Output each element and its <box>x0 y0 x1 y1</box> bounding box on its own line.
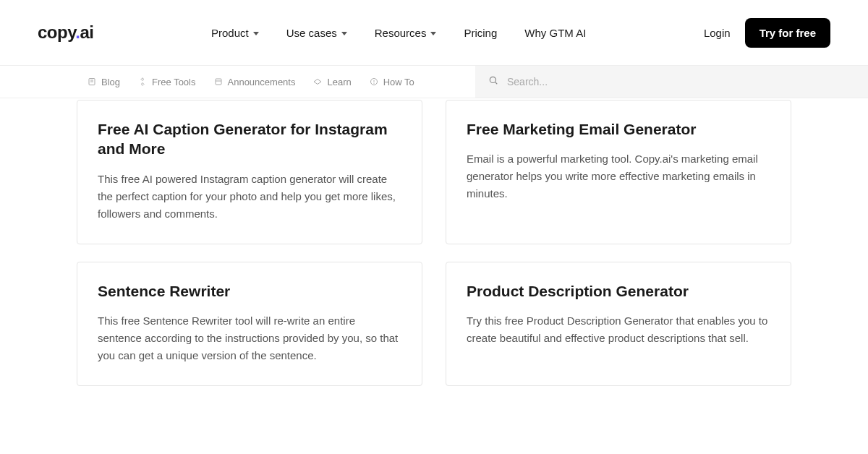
svg-point-6 <box>373 83 374 84</box>
card-email-generator[interactable]: Free Marketing Email Generator Email is … <box>446 100 791 244</box>
search-input[interactable] <box>507 76 855 87</box>
header-right: Login Try for free <box>704 18 830 48</box>
card-product-description[interactable]: Product Description Generator Try this f… <box>446 262 791 386</box>
logo-text-ai: ai <box>80 22 93 42</box>
subnav-learn[interactable]: Learn <box>312 77 351 87</box>
document-icon <box>87 77 97 87</box>
nav-product[interactable]: Product <box>211 27 259 39</box>
main-nav: Product Use cases Resources Pricing Why … <box>211 27 586 39</box>
card-title: Free Marketing Email Generator <box>467 119 770 139</box>
logo[interactable]: copy.ai <box>38 22 93 43</box>
card-desc: This free AI powered Instagram caption g… <box>98 171 401 223</box>
card-title: Free AI Caption Generator for Instagram … <box>98 119 401 159</box>
nav-pricing-label: Pricing <box>464 27 497 39</box>
subnav-left: Blog Free Tools Announcements Learn How … <box>0 77 475 87</box>
card-caption-generator[interactable]: Free AI Caption Generator for Instagram … <box>77 100 422 244</box>
nav-pricing[interactable]: Pricing <box>464 27 497 39</box>
cards-grid: Free AI Caption Generator for Instagram … <box>0 98 868 386</box>
subnav-announcements-label: Announcements <box>228 77 296 87</box>
logo-text-copy: copy <box>38 22 75 42</box>
subnav-free-tools-label: Free Tools <box>152 77 195 87</box>
card-desc: Try this free Product Description Genera… <box>467 312 770 347</box>
nav-resources[interactable]: Resources <box>375 27 437 39</box>
tools-icon <box>137 77 148 87</box>
svg-point-7 <box>490 77 495 82</box>
help-icon <box>369 77 379 87</box>
svg-rect-3 <box>216 79 221 85</box>
card-desc: Email is a powerful marketing tool. Copy… <box>467 150 770 202</box>
card-sentence-rewriter[interactable]: Sentence Rewriter This free Sentence Rew… <box>77 262 422 386</box>
nav-why-gtm[interactable]: Why GTM AI <box>524 27 586 39</box>
subnav-blog-label: Blog <box>101 77 120 87</box>
nav-use-cases[interactable]: Use cases <box>286 27 347 39</box>
nav-use-cases-label: Use cases <box>286 27 337 39</box>
card-desc: This free Sentence Rewriter tool will re… <box>98 312 401 364</box>
card-title: Sentence Rewriter <box>98 281 401 301</box>
svg-line-8 <box>495 82 497 84</box>
search-icon <box>488 75 498 88</box>
subnav-learn-label: Learn <box>327 77 351 87</box>
nav-product-label: Product <box>211 27 249 39</box>
search-container[interactable] <box>475 66 868 98</box>
subnav-announcements[interactable]: Announcements <box>213 77 296 87</box>
nav-resources-label: Resources <box>375 27 427 39</box>
subnav-how-to[interactable]: How To <box>369 77 414 87</box>
subnav-bar: Blog Free Tools Announcements Learn How … <box>0 65 868 98</box>
book-icon <box>312 77 323 87</box>
subnav-how-to-label: How To <box>383 77 414 87</box>
card-title: Product Description Generator <box>467 281 770 301</box>
megaphone-icon <box>213 77 224 87</box>
subnav-blog[interactable]: Blog <box>87 77 120 87</box>
subnav-free-tools[interactable]: Free Tools <box>137 77 195 87</box>
try-free-button[interactable]: Try for free <box>745 18 830 48</box>
login-link[interactable]: Login <box>704 27 731 39</box>
main-header: copy.ai Product Use cases Resources Pric… <box>0 0 868 65</box>
chevron-down-icon <box>341 32 347 35</box>
chevron-down-icon <box>253 32 259 35</box>
nav-why-gtm-label: Why GTM AI <box>524 27 586 39</box>
chevron-down-icon <box>430 32 436 35</box>
